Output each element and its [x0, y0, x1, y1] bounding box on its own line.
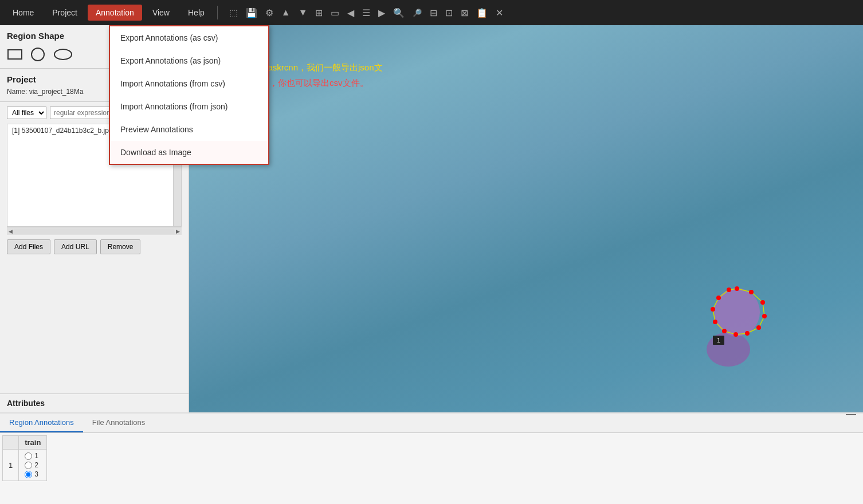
- svg-point-16: [716, 296, 721, 300]
- import-csv-item[interactable]: Import Annotations (from csv): [110, 72, 268, 95]
- rectangle-tool[interactable]: [7, 48, 23, 61]
- radio-2[interactable]: [25, 462, 32, 469]
- svg-point-14: [713, 320, 717, 324]
- table-row-number: 1: [3, 450, 19, 481]
- fit-icon[interactable]: ⊟: [427, 5, 440, 21]
- annotations-table-container: train 1 1 2: [0, 433, 863, 504]
- radio-3[interactable]: [25, 471, 32, 478]
- list-icon[interactable]: ☰: [360, 5, 372, 21]
- menu-view[interactable]: View: [144, 5, 178, 21]
- radio-1[interactable]: [25, 452, 32, 460]
- next-icon[interactable]: ▶: [376, 5, 387, 21]
- bottom-panel: Region Annotations File Annotations trai…: [0, 412, 863, 504]
- copy-icon[interactable]: ⊡: [443, 5, 455, 21]
- svg-point-17: [727, 288, 731, 292]
- tabs-bar: Region Annotations File Annotations: [0, 414, 863, 433]
- export-json-item[interactable]: Export Annotations (as json): [110, 49, 268, 72]
- export-csv-item[interactable]: Export Annotations (as csv): [110, 26, 268, 49]
- import-json-item[interactable]: Import Annotations (from json): [110, 95, 268, 118]
- svg-rect-0: [8, 50, 22, 59]
- download-icon[interactable]: ▼: [296, 5, 310, 20]
- h-scrollbar-container: ◀ ▶: [7, 227, 182, 235]
- svg-point-10: [756, 325, 761, 330]
- table-train-header: train: [19, 436, 47, 450]
- file-buttons: Add Files Add URL Remove: [7, 239, 182, 254]
- h-scrollbar-track: [14, 229, 174, 234]
- save-icon[interactable]: 💾: [244, 5, 260, 21]
- svg-point-2: [54, 49, 72, 60]
- table-empty-header: [3, 436, 19, 450]
- annotations-table: train 1 1 2: [2, 435, 47, 481]
- open-icon[interactable]: ⬚: [227, 5, 240, 21]
- remove-button[interactable]: Remove: [100, 239, 141, 254]
- svg-point-13: [722, 329, 727, 333]
- radio-group: 1 2 3: [25, 452, 41, 478]
- zoom-out-icon[interactable]: 🔎: [410, 6, 424, 19]
- upload-icon[interactable]: ▲: [279, 5, 293, 20]
- h-scroll-right[interactable]: ▶: [174, 229, 182, 234]
- tab-file-annotations[interactable]: File Annotations: [83, 414, 155, 432]
- h-scroll-left[interactable]: ◀: [7, 229, 14, 234]
- add-url-button[interactable]: Add URL: [54, 239, 97, 254]
- menu-home[interactable]: Home: [5, 5, 42, 21]
- svg-point-4: [714, 288, 760, 336]
- radio-option-3[interactable]: 3: [25, 470, 38, 478]
- zoom-in-icon[interactable]: 🔍: [391, 5, 407, 21]
- clipboard-icon[interactable]: 📋: [474, 5, 490, 21]
- prev-icon[interactable]: ◀: [345, 5, 356, 21]
- menu-project[interactable]: Project: [44, 5, 85, 21]
- preview-annotations-item[interactable]: Preview Annotations: [110, 118, 268, 141]
- attributes-section: Attributes —: [0, 393, 189, 412]
- menu-help[interactable]: Help: [180, 5, 213, 21]
- close-icon[interactable]: ✕: [493, 5, 505, 21]
- annotation-dropdown: Export Annotations (as csv) Export Annot…: [109, 25, 269, 165]
- paste-icon[interactable]: ⊠: [458, 5, 470, 21]
- balloon-annotation: 1: [697, 275, 777, 367]
- settings-icon[interactable]: ⚙: [263, 5, 276, 21]
- menubar: Home Project Annotation View Help ⬚ 💾 ⚙ …: [0, 0, 863, 25]
- radio-option-1[interactable]: 1: [25, 452, 38, 460]
- annotation-svg: 1: [697, 275, 777, 367]
- toolbar-icons: ⬚ 💾 ⚙ ▲ ▼ ⊞ ▭ ◀ ☰ ▶ 🔍 🔎 ⊟ ⊡ ⊠ 📋 ✕: [227, 5, 506, 21]
- svg-point-12: [733, 332, 738, 337]
- svg-point-6: [735, 286, 739, 291]
- separator-1: [217, 6, 218, 19]
- project-name-value: via_project_18Ma: [29, 88, 84, 96]
- circle-tool[interactable]: [30, 46, 46, 62]
- table-radio-cell: 1 2 3: [19, 450, 47, 481]
- ellipse-tool[interactable]: [53, 48, 73, 61]
- grid-icon[interactable]: ⊞: [313, 5, 325, 21]
- canvas-area[interactable]: 如果是maskrcnn，我们一般导出json文 件，同样，你也可以导出csv文件…: [189, 25, 863, 412]
- files-filter-select[interactable]: All files: [7, 107, 46, 119]
- tab-region-annotations[interactable]: Region Annotations: [0, 414, 83, 432]
- svg-point-1: [32, 48, 44, 61]
- table-row: 1 1 2 3: [3, 450, 47, 481]
- add-files-button[interactable]: Add Files: [7, 239, 50, 254]
- svg-point-7: [749, 290, 754, 294]
- menu-annotation[interactable]: Annotation: [88, 5, 142, 21]
- svg-point-9: [762, 314, 767, 318]
- svg-point-15: [711, 307, 715, 312]
- svg-point-8: [760, 300, 765, 305]
- svg-point-11: [745, 331, 750, 336]
- radio-option-2[interactable]: 2: [25, 461, 38, 469]
- download-image-item[interactable]: Download as Image: [110, 141, 268, 164]
- layout-icon[interactable]: ▭: [328, 5, 342, 21]
- svg-text:1: 1: [717, 337, 720, 344]
- attributes-title: Attributes: [7, 399, 182, 408]
